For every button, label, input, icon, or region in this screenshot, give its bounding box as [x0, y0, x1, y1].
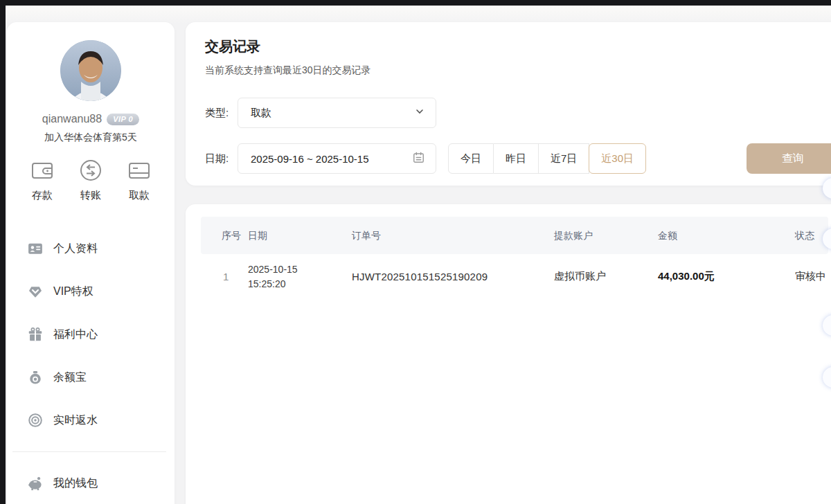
- sidebar-menu: 个人资料 VIP特权: [7, 227, 175, 442]
- cell-date: 2025-10-15 15:25:20: [248, 262, 298, 291]
- sidebar-item-label: 福利中心: [53, 327, 98, 342]
- sidebar-item-label: VIP特权: [53, 285, 93, 299]
- search-button[interactable]: 查询: [747, 143, 831, 174]
- cell-account: 虚拟币账户: [554, 270, 606, 283]
- range-yesterday-button[interactable]: 昨日: [494, 143, 539, 174]
- table-header-row: 序号 日期 订单号 提款账户 金额 状态: [201, 217, 828, 254]
- avatar-image: [60, 40, 121, 101]
- type-select-value: 取款: [251, 107, 271, 120]
- calendar-icon: [412, 151, 425, 167]
- cell-status: 审核中: [795, 270, 826, 283]
- sidebar-item-vip[interactable]: VIP特权: [7, 270, 175, 313]
- transfer-icon: [78, 158, 103, 183]
- sidebar-item-label: 个人资料: [53, 242, 98, 256]
- avatar: [60, 40, 121, 101]
- col-header-date: 日期: [248, 217, 267, 254]
- col-header-amount: 金额: [658, 217, 677, 254]
- page-subtitle: 当前系统支持查询最近30日的交易记录: [205, 64, 371, 77]
- window-top-strip: [0, 0, 831, 6]
- top-highlight: [6, 6, 831, 24]
- money-pouch-icon: [28, 370, 43, 385]
- date-range-input[interactable]: 2025-09-16 ~ 2025-10-15: [238, 143, 436, 174]
- username: qianwanu88: [42, 113, 102, 125]
- cell-date-day: 2025-10-15: [248, 264, 298, 275]
- type-select[interactable]: 取款: [238, 98, 436, 128]
- col-header-no: 序号: [222, 217, 241, 254]
- cell-order-no: HJWT202510151525190209: [352, 271, 488, 282]
- transfer-button[interactable]: 转账: [69, 158, 112, 202]
- col-header-account: 提款账户: [554, 217, 593, 254]
- sidebar-item-rebate[interactable]: 实时返水: [7, 399, 175, 442]
- id-card-icon: [28, 241, 43, 256]
- rebate-coin-icon: [28, 413, 43, 428]
- sidebar-item-profile[interactable]: 个人资料: [7, 227, 175, 270]
- range-today-button[interactable]: 今日: [448, 143, 494, 174]
- col-header-status: 状态: [795, 217, 814, 254]
- window-left-strip: [0, 0, 6, 504]
- sidebar-item-benefits[interactable]: 福利中心: [7, 313, 175, 356]
- piggy-bank-icon: [28, 476, 43, 491]
- cell-amount: 44,030.00元: [658, 270, 715, 283]
- vip-badge: VIP 0: [107, 114, 139, 125]
- quick-actions: 存款 转账 取款: [21, 158, 161, 202]
- gift-icon: [28, 327, 43, 342]
- sidebar-item-label: 实时返水: [53, 413, 98, 428]
- quick-range-group: 今日 昨日 近7日 近30日: [448, 143, 646, 174]
- cell-no: 1: [223, 271, 229, 282]
- range-30days-button[interactable]: 近30日: [589, 143, 646, 174]
- range-7days-button[interactable]: 近7日: [539, 143, 589, 174]
- account-page: qianwanu88 VIP 0 加入华体会体育第5天 存款: [0, 0, 831, 504]
- bank-card-icon: [127, 158, 152, 183]
- sidebar-divider: [12, 451, 166, 452]
- join-days-text: 加入华体会体育第5天: [7, 132, 175, 144]
- filter-card: 交易记录 当前系统支持查询最近30日的交易记录 类型: 取款 日期: 2025-…: [186, 22, 831, 186]
- records-table-card: 序号 日期 订单号 提款账户 金额 状态 1 2025-10-15 15:25:…: [186, 204, 831, 504]
- sidebar-item-yuebao[interactable]: 余额宝: [7, 356, 175, 399]
- deposit-label: 存款: [32, 189, 53, 202]
- col-header-order: 订单号: [352, 217, 381, 254]
- sidebar-item-label: 我的钱包: [53, 476, 98, 491]
- type-filter-label: 类型:: [205, 98, 229, 128]
- page-title: 交易记录: [205, 37, 260, 56]
- profile-sidebar: qianwanu88 VIP 0 加入华体会体育第5天 存款: [7, 22, 175, 504]
- user-identity: qianwanu88 VIP 0: [7, 113, 175, 125]
- sidebar-item-my-wallet[interactable]: 我的钱包: [7, 463, 175, 503]
- deposit-button[interactable]: 存款: [21, 158, 64, 202]
- withdraw-label: 取款: [129, 189, 150, 202]
- cell-date-time: 15:25:20: [248, 278, 286, 289]
- sidebar-item-label: 余额宝: [53, 370, 87, 385]
- withdraw-button[interactable]: 取款: [118, 158, 161, 202]
- gem-icon: [28, 284, 43, 299]
- transfer-label: 转账: [80, 189, 101, 202]
- date-range-value: 2025-09-16 ~ 2025-10-15: [251, 153, 369, 165]
- chevron-down-icon: [414, 106, 425, 120]
- wallet-icon: [30, 158, 55, 183]
- date-filter-label: 日期:: [205, 143, 229, 174]
